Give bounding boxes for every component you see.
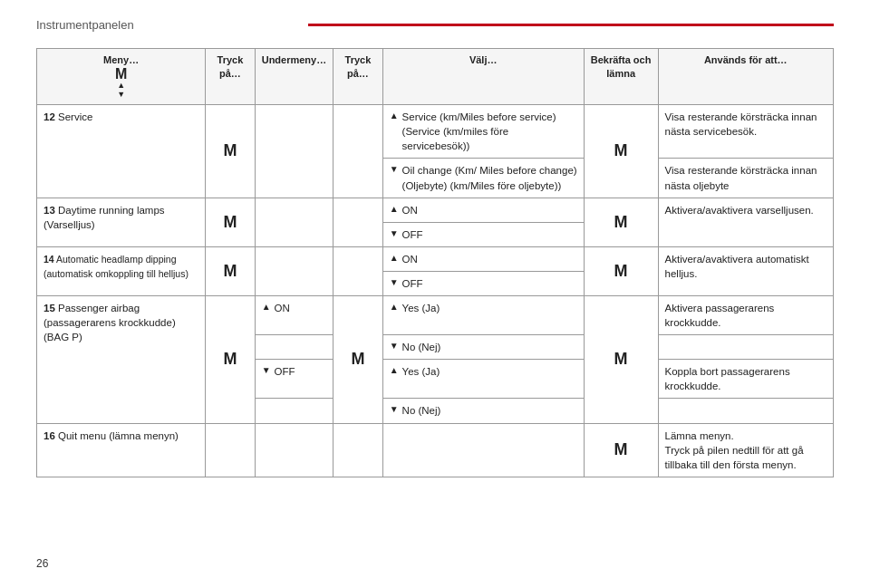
row15-valj4: ▼No (Nej)	[382, 399, 584, 423]
row13-label: 13 Daytime running lamps (Varselljus)	[37, 198, 206, 246]
row15-anvands1b	[658, 335, 833, 360]
row13-valj2: ▼OFF	[382, 222, 584, 246]
row12-tryck: M	[206, 105, 255, 198]
col-header-tryck2: Tryck på…	[334, 49, 382, 105]
row16-valj	[382, 423, 584, 477]
row16-bekrafta: M	[584, 423, 658, 477]
row12-anvands1: Visa resterande körsträcka innan nästa s…	[658, 105, 833, 159]
row16-anvands: Lämna menyn.Tryck på pilen nedtill för a…	[658, 423, 833, 477]
row15-valj2: ▼No (Nej)	[382, 335, 584, 360]
row15-bekrafta: M	[584, 296, 658, 424]
row13-anvands: Aktivera/avaktivera varselljusen.	[658, 198, 833, 246]
col-header-undermeny: Undermeny…	[255, 49, 334, 105]
row12-undermeny	[255, 105, 334, 198]
row15-valj3: ▲Yes (Ja)	[382, 360, 584, 399]
row15-anvands1: Aktivera passagerarens krockkudde.	[658, 296, 833, 335]
row15-undermeny1b	[255, 335, 334, 360]
page-header: Instrumentpanelen	[36, 18, 834, 32]
header-line	[308, 24, 834, 26]
row15-valj1: ▲Yes (Ja)	[382, 296, 584, 335]
row15-undermeny2b	[255, 399, 334, 423]
row15-anvands2: Koppla bort passagerarens krockkudde.	[658, 360, 833, 399]
col-header-valj: Välj…	[382, 49, 584, 105]
col-header-anvands: Används för att…	[658, 49, 833, 105]
row14-label: 14 Automatic headlamp dipping (automatis…	[37, 246, 206, 295]
page-title: Instrumentpanelen	[36, 18, 299, 32]
row14-bekrafta: M	[584, 246, 658, 295]
table-row: 16 Quit menu (lämna menyn) M Lämna menyn…	[37, 423, 834, 477]
row13-tryck: M	[206, 198, 255, 246]
row13-tryck2	[334, 198, 382, 246]
row15-tryck: M	[206, 296, 255, 424]
row12-valj2: ▼Oil change (Km/ Miles before change) (O…	[382, 159, 584, 198]
row12-label: 12 Service	[37, 105, 206, 198]
row13-undermeny	[255, 198, 334, 246]
row12-tryck2	[334, 105, 382, 198]
row16-label: 16 Quit menu (lämna menyn)	[37, 423, 206, 477]
row16-tryck2	[334, 423, 382, 477]
row14-valj1: ▲ON	[382, 246, 584, 271]
row14-valj2: ▼OFF	[382, 271, 584, 295]
row14-tryck: M	[206, 246, 255, 295]
table-row: 15 Passenger airbag (passagerarens krock…	[37, 296, 834, 335]
row16-tryck	[206, 423, 255, 477]
row13-valj1: ▲ON	[382, 198, 584, 222]
main-table: Meny… M ▲▼ Tryck på… Undermeny… Tryck på…	[36, 48, 834, 477]
row12-bekrafta: M	[584, 105, 658, 198]
row16-undermeny	[255, 423, 334, 477]
row15-tryck2: M	[334, 296, 382, 424]
table-row: 14 Automatic headlamp dipping (automatis…	[37, 246, 834, 271]
row14-anvands: Aktivera/avaktivera automatiskt helljus.	[658, 246, 833, 295]
col-header-tryck1: Tryck på…	[206, 49, 255, 105]
col-header-meny: Meny… M ▲▼	[37, 49, 206, 105]
row12-valj1: ▲Service (km/Miles before service) (Serv…	[382, 105, 584, 159]
row12-anvands2: Visa resterande körsträcka innan nästa o…	[658, 159, 833, 198]
row15-anvands2b	[658, 399, 833, 423]
row14-undermeny	[255, 246, 334, 295]
m-symbol-header: M ▲▼	[115, 67, 127, 100]
row14-tryck2	[334, 246, 382, 295]
table-row: 12 Service M ▲Service (km/Miles before s…	[37, 105, 834, 159]
table-row: 13 Daytime running lamps (Varselljus) M …	[37, 198, 834, 222]
col-header-bekrafta: Bekräfta och lämna	[584, 49, 658, 105]
row15-undermeny1: ▲ON	[255, 296, 334, 335]
row13-bekrafta: M	[584, 198, 658, 246]
row15-label: 15 Passenger airbag (passagerarens krock…	[37, 296, 206, 424]
row15-undermeny2: ▼OFF	[255, 360, 334, 399]
